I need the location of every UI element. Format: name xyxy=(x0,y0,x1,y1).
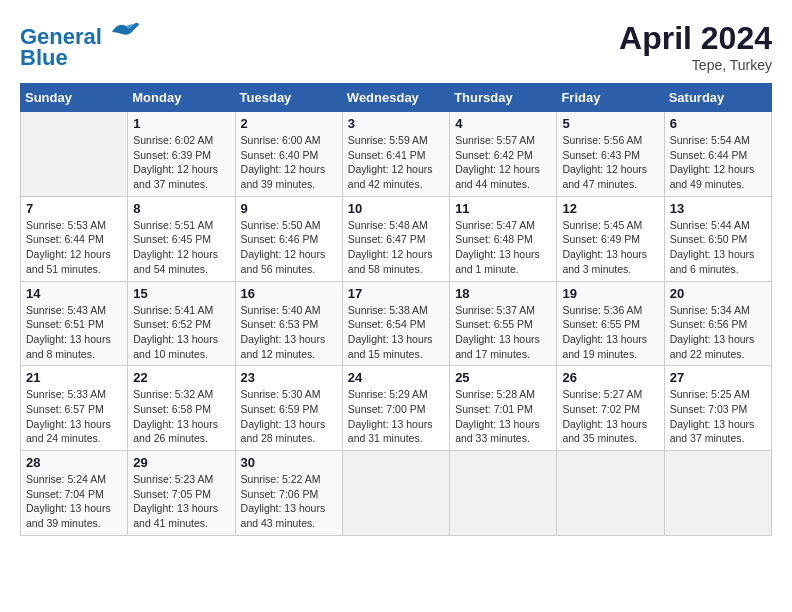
calendar-cell: 6Sunrise: 5:54 AMSunset: 6:44 PMDaylight… xyxy=(664,112,771,197)
day-number: 21 xyxy=(26,370,122,385)
day-info: Sunrise: 5:44 AMSunset: 6:50 PMDaylight:… xyxy=(670,218,766,277)
day-number: 25 xyxy=(455,370,551,385)
calendar-cell: 19Sunrise: 5:36 AMSunset: 6:55 PMDayligh… xyxy=(557,281,664,366)
calendar-cell: 25Sunrise: 5:28 AMSunset: 7:01 PMDayligh… xyxy=(450,366,557,451)
day-number: 13 xyxy=(670,201,766,216)
calendar-cell: 30Sunrise: 5:22 AMSunset: 7:06 PMDayligh… xyxy=(235,451,342,536)
calendar-cell: 23Sunrise: 5:30 AMSunset: 6:59 PMDayligh… xyxy=(235,366,342,451)
day-number: 6 xyxy=(670,116,766,131)
day-info: Sunrise: 5:38 AMSunset: 6:54 PMDaylight:… xyxy=(348,303,444,362)
day-info: Sunrise: 6:00 AMSunset: 6:40 PMDaylight:… xyxy=(241,133,337,192)
calendar-cell: 28Sunrise: 5:24 AMSunset: 7:04 PMDayligh… xyxy=(21,451,128,536)
day-number: 28 xyxy=(26,455,122,470)
day-info: Sunrise: 5:50 AMSunset: 6:46 PMDaylight:… xyxy=(241,218,337,277)
day-number: 24 xyxy=(348,370,444,385)
calendar-cell: 18Sunrise: 5:37 AMSunset: 6:55 PMDayligh… xyxy=(450,281,557,366)
day-info: Sunrise: 5:48 AMSunset: 6:47 PMDaylight:… xyxy=(348,218,444,277)
calendar-week-5: 28Sunrise: 5:24 AMSunset: 7:04 PMDayligh… xyxy=(21,451,772,536)
day-header-tuesday: Tuesday xyxy=(235,84,342,112)
day-number: 23 xyxy=(241,370,337,385)
day-header-monday: Monday xyxy=(128,84,235,112)
day-info: Sunrise: 5:27 AMSunset: 7:02 PMDaylight:… xyxy=(562,387,658,446)
day-info: Sunrise: 5:29 AMSunset: 7:00 PMDaylight:… xyxy=(348,387,444,446)
day-info: Sunrise: 5:41 AMSunset: 6:52 PMDaylight:… xyxy=(133,303,229,362)
calendar-cell xyxy=(557,451,664,536)
calendar-cell: 2Sunrise: 6:00 AMSunset: 6:40 PMDaylight… xyxy=(235,112,342,197)
day-header-sunday: Sunday xyxy=(21,84,128,112)
calendar-cell: 11Sunrise: 5:47 AMSunset: 6:48 PMDayligh… xyxy=(450,196,557,281)
month-title: April 2024 xyxy=(619,20,772,57)
day-info: Sunrise: 5:45 AMSunset: 6:49 PMDaylight:… xyxy=(562,218,658,277)
day-info: Sunrise: 5:59 AMSunset: 6:41 PMDaylight:… xyxy=(348,133,444,192)
calendar-week-4: 21Sunrise: 5:33 AMSunset: 6:57 PMDayligh… xyxy=(21,366,772,451)
calendar-cell: 17Sunrise: 5:38 AMSunset: 6:54 PMDayligh… xyxy=(342,281,449,366)
day-number: 8 xyxy=(133,201,229,216)
day-info: Sunrise: 5:32 AMSunset: 6:58 PMDaylight:… xyxy=(133,387,229,446)
day-header-friday: Friday xyxy=(557,84,664,112)
day-number: 14 xyxy=(26,286,122,301)
day-number: 19 xyxy=(562,286,658,301)
calendar-cell: 3Sunrise: 5:59 AMSunset: 6:41 PMDaylight… xyxy=(342,112,449,197)
logo-blue: Blue xyxy=(20,45,140,71)
calendar-cell: 7Sunrise: 5:53 AMSunset: 6:44 PMDaylight… xyxy=(21,196,128,281)
calendar-cell: 22Sunrise: 5:32 AMSunset: 6:58 PMDayligh… xyxy=(128,366,235,451)
calendar-cell xyxy=(664,451,771,536)
title-block: April 2024 Tepe, Turkey xyxy=(619,20,772,73)
day-info: Sunrise: 5:23 AMSunset: 7:05 PMDaylight:… xyxy=(133,472,229,531)
day-info: Sunrise: 5:56 AMSunset: 6:43 PMDaylight:… xyxy=(562,133,658,192)
calendar-week-3: 14Sunrise: 5:43 AMSunset: 6:51 PMDayligh… xyxy=(21,281,772,366)
calendar-cell: 1Sunrise: 6:02 AMSunset: 6:39 PMDaylight… xyxy=(128,112,235,197)
day-info: Sunrise: 5:33 AMSunset: 6:57 PMDaylight:… xyxy=(26,387,122,446)
calendar-week-2: 7Sunrise: 5:53 AMSunset: 6:44 PMDaylight… xyxy=(21,196,772,281)
day-number: 2 xyxy=(241,116,337,131)
day-info: Sunrise: 5:40 AMSunset: 6:53 PMDaylight:… xyxy=(241,303,337,362)
logo: General Blue xyxy=(20,20,140,71)
day-info: Sunrise: 5:25 AMSunset: 7:03 PMDaylight:… xyxy=(670,387,766,446)
calendar-cell: 4Sunrise: 5:57 AMSunset: 6:42 PMDaylight… xyxy=(450,112,557,197)
day-number: 20 xyxy=(670,286,766,301)
day-number: 30 xyxy=(241,455,337,470)
calendar-cell: 20Sunrise: 5:34 AMSunset: 6:56 PMDayligh… xyxy=(664,281,771,366)
calendar-body: 1Sunrise: 6:02 AMSunset: 6:39 PMDaylight… xyxy=(21,112,772,536)
day-header-thursday: Thursday xyxy=(450,84,557,112)
calendar-header-row: SundayMondayTuesdayWednesdayThursdayFrid… xyxy=(21,84,772,112)
location-subtitle: Tepe, Turkey xyxy=(619,57,772,73)
day-number: 29 xyxy=(133,455,229,470)
day-info: Sunrise: 5:53 AMSunset: 6:44 PMDaylight:… xyxy=(26,218,122,277)
day-number: 22 xyxy=(133,370,229,385)
day-header-wednesday: Wednesday xyxy=(342,84,449,112)
day-info: Sunrise: 5:57 AMSunset: 6:42 PMDaylight:… xyxy=(455,133,551,192)
day-info: Sunrise: 5:51 AMSunset: 6:45 PMDaylight:… xyxy=(133,218,229,277)
calendar-cell: 16Sunrise: 5:40 AMSunset: 6:53 PMDayligh… xyxy=(235,281,342,366)
calendar-cell: 10Sunrise: 5:48 AMSunset: 6:47 PMDayligh… xyxy=(342,196,449,281)
calendar-table: SundayMondayTuesdayWednesdayThursdayFrid… xyxy=(20,83,772,536)
day-info: Sunrise: 6:02 AMSunset: 6:39 PMDaylight:… xyxy=(133,133,229,192)
day-number: 17 xyxy=(348,286,444,301)
calendar-cell xyxy=(21,112,128,197)
day-number: 10 xyxy=(348,201,444,216)
calendar-cell: 24Sunrise: 5:29 AMSunset: 7:00 PMDayligh… xyxy=(342,366,449,451)
calendar-week-1: 1Sunrise: 6:02 AMSunset: 6:39 PMDaylight… xyxy=(21,112,772,197)
day-info: Sunrise: 5:30 AMSunset: 6:59 PMDaylight:… xyxy=(241,387,337,446)
day-info: Sunrise: 5:43 AMSunset: 6:51 PMDaylight:… xyxy=(26,303,122,362)
day-info: Sunrise: 5:37 AMSunset: 6:55 PMDaylight:… xyxy=(455,303,551,362)
day-info: Sunrise: 5:47 AMSunset: 6:48 PMDaylight:… xyxy=(455,218,551,277)
calendar-cell: 13Sunrise: 5:44 AMSunset: 6:50 PMDayligh… xyxy=(664,196,771,281)
calendar-cell: 27Sunrise: 5:25 AMSunset: 7:03 PMDayligh… xyxy=(664,366,771,451)
day-info: Sunrise: 5:22 AMSunset: 7:06 PMDaylight:… xyxy=(241,472,337,531)
day-info: Sunrise: 5:36 AMSunset: 6:55 PMDaylight:… xyxy=(562,303,658,362)
day-info: Sunrise: 5:28 AMSunset: 7:01 PMDaylight:… xyxy=(455,387,551,446)
calendar-cell: 14Sunrise: 5:43 AMSunset: 6:51 PMDayligh… xyxy=(21,281,128,366)
day-number: 9 xyxy=(241,201,337,216)
calendar-cell xyxy=(450,451,557,536)
calendar-cell xyxy=(342,451,449,536)
day-number: 26 xyxy=(562,370,658,385)
calendar-cell: 26Sunrise: 5:27 AMSunset: 7:02 PMDayligh… xyxy=(557,366,664,451)
calendar-cell: 12Sunrise: 5:45 AMSunset: 6:49 PMDayligh… xyxy=(557,196,664,281)
day-info: Sunrise: 5:24 AMSunset: 7:04 PMDaylight:… xyxy=(26,472,122,531)
day-number: 12 xyxy=(562,201,658,216)
logo-bird-icon xyxy=(110,20,140,44)
page-header: General Blue April 2024 Tepe, Turkey xyxy=(20,20,772,73)
day-number: 4 xyxy=(455,116,551,131)
calendar-cell: 8Sunrise: 5:51 AMSunset: 6:45 PMDaylight… xyxy=(128,196,235,281)
